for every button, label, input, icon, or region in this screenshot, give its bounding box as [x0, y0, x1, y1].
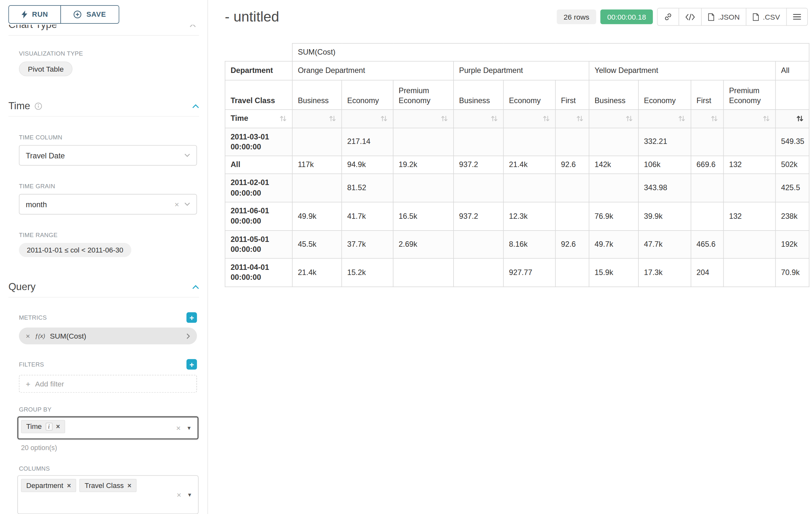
pivot-row-label: 2011-04-01 00:00:00 [225, 258, 292, 287]
pivot-cell: 204 [691, 258, 723, 287]
travel-class-cell: Economy [638, 80, 691, 110]
chart-title: - untitled [225, 9, 279, 25]
run-button[interactable]: RUN [8, 5, 61, 23]
dropdown-caret-icon[interactable]: ▼ [187, 492, 192, 497]
pivot-cell: 192k [775, 230, 809, 259]
pivot-cell: 49.9k [292, 202, 342, 230]
travel-class-cell: First [556, 80, 589, 110]
pivot-row-label: 2011-05-01 00:00:00 [225, 230, 292, 259]
share-link-button[interactable] [657, 8, 679, 26]
pivot-cell [691, 202, 723, 230]
pivot-cell: 49.7k [589, 230, 638, 259]
pivot-row-label: 2011-06-01 00:00:00 [225, 202, 292, 230]
embed-code-button[interactable] [678, 8, 702, 26]
dropdown-caret-icon[interactable]: ▼ [186, 425, 192, 431]
pivot-data-row: All117k94.9k19.2k937.221.4k92.6142k106k6… [225, 156, 809, 174]
filters-label: FILTERS [19, 361, 44, 368]
chevron-up-icon[interactable] [192, 104, 199, 108]
csv-button-label: .CSV [763, 12, 780, 21]
save-button-label: SAVE [86, 10, 106, 19]
info-circle-icon[interactable] [34, 103, 42, 110]
group-by-tag-time[interactable]: Time i × [21, 420, 65, 433]
clear-icon[interactable]: × [176, 424, 181, 432]
pivot-corner-cell [225, 44, 292, 61]
pivot-cell: 81.52 [342, 174, 393, 202]
metric-pill[interactable]: × ƒ(x) SUM(Cost) [19, 328, 197, 344]
remove-metric-icon[interactable]: × [26, 332, 30, 340]
row-count-badge: 26 rows [557, 9, 596, 24]
pivot-cell: 425.5 [775, 174, 809, 202]
columns-tag-travel-class[interactable]: Travel Class × [79, 479, 137, 492]
sort-icon[interactable] [762, 115, 770, 122]
tag-label: Travel Class [85, 482, 124, 490]
pivot-cell [393, 128, 454, 156]
export-toolbar: .JSON .CSV [657, 8, 808, 26]
pivot-cell: 70.9k [775, 258, 809, 287]
remove-tag-icon[interactable]: × [127, 482, 131, 489]
pivot-cell: 2.69k [393, 230, 454, 259]
pivot-cell: 927.77 [503, 258, 556, 287]
menu-button[interactable] [786, 8, 808, 26]
pivot-time-header: Time [225, 110, 292, 128]
save-button[interactable]: SAVE [61, 5, 119, 23]
chevron-up-icon [190, 25, 196, 28]
sort-icon[interactable] [626, 115, 633, 122]
sort-icon[interactable] [280, 115, 287, 122]
travel-class-cell: Business [292, 80, 342, 110]
query-timer-badge: 00:00:00.18 [601, 9, 653, 24]
sort-icon[interactable] [490, 115, 498, 122]
sort-icon[interactable] [710, 115, 718, 122]
sort-icon[interactable] [796, 115, 804, 122]
file-icon [753, 13, 759, 21]
travel-class-cell [775, 80, 809, 110]
run-save-button-group: RUN SAVE [8, 5, 119, 23]
visualization-type-pill[interactable]: Pivot Table [19, 61, 72, 76]
add-filter-button[interactable]: + Add filter [19, 375, 197, 393]
add-metric-button[interactable]: + [186, 312, 197, 323]
chevron-right-icon [186, 333, 190, 339]
query-section-heading: Query [8, 281, 199, 298]
pivot-cell: 39.9k [638, 202, 691, 230]
sort-icon[interactable] [329, 115, 336, 122]
download-csv-button[interactable]: .CSV [746, 8, 787, 26]
department-header: Department [225, 61, 292, 80]
info-icon[interactable]: i [46, 423, 52, 431]
add-filter-plus-button[interactable]: + [186, 359, 197, 370]
department-group-header: All [775, 61, 809, 80]
sort-icon[interactable] [441, 115, 448, 122]
pivot-cell: 19.2k [393, 156, 454, 174]
columns-select[interactable]: Department × Travel Class × × ▼ [17, 475, 199, 514]
pivot-cell: 8.16k [503, 230, 556, 259]
query-actions-bar: RUN SAVE [0, 0, 207, 24]
query-section-title: Query [8, 281, 36, 293]
time-grain-value: month [26, 200, 47, 209]
pivot-cell [556, 258, 589, 287]
sort-icon[interactable] [543, 115, 550, 122]
sort-icon[interactable] [678, 115, 686, 122]
travel-class-cell: First [691, 80, 723, 110]
sort-icon[interactable] [576, 115, 583, 122]
columns-tag-department[interactable]: Department × [21, 479, 76, 492]
clear-icon[interactable]: × [176, 491, 181, 499]
remove-tag-icon[interactable]: × [56, 423, 60, 430]
pivot-sort-cell [503, 110, 556, 128]
link-icon [664, 12, 672, 21]
time-column-value: Travel Date [26, 151, 65, 159]
tag-label: Department [26, 482, 63, 490]
time-section-title: Time [8, 101, 30, 112]
remove-tag-icon[interactable]: × [67, 482, 71, 489]
clear-icon[interactable]: × [175, 200, 179, 209]
sort-icon[interactable] [380, 115, 388, 122]
pivot-cell [723, 128, 775, 156]
lightning-bolt-icon [22, 10, 27, 19]
time-range-pill[interactable]: 2011-01-01 ≤ col < 2011-06-30 [19, 243, 131, 257]
pivot-sort-cell [775, 110, 809, 128]
time-column-select[interactable]: Travel Date [19, 145, 197, 166]
pivot-cell [691, 128, 723, 156]
chevron-up-icon[interactable] [192, 285, 199, 289]
pivot-cell [454, 230, 503, 259]
pivot-data-row: 2011-05-01 00:00:0045.5k37.7k2.69k8.16k9… [225, 230, 809, 259]
group-by-select[interactable]: Time i × × ▼ [17, 416, 199, 439]
time-grain-select[interactable]: month × [19, 194, 197, 215]
download-json-button[interactable]: .JSON [701, 8, 747, 26]
